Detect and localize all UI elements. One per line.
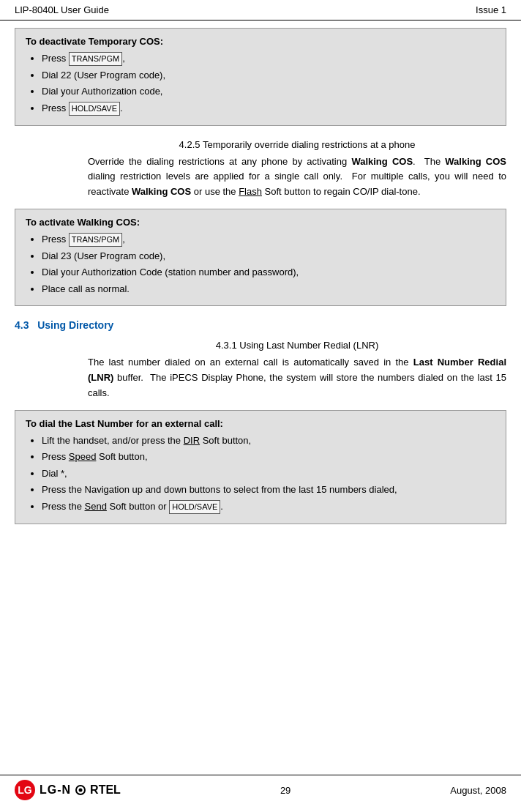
section-4-2-5-body: Override the dialing restrictions at any… bbox=[88, 154, 506, 200]
deactivate-cos-list: Press TRANS/PGM, Dial 22 (User Program c… bbox=[26, 51, 495, 116]
logo-lg-text: LG-N bbox=[40, 783, 71, 797]
list-item: Press HOLD/SAVE. bbox=[42, 101, 495, 116]
list-text: Dial *, bbox=[42, 468, 67, 479]
last-number-title: To dial the Last Number for an external … bbox=[26, 418, 495, 429]
list-text: . bbox=[120, 103, 123, 113]
section-4-2-5-heading: 4.2.5 Temporarily override dialing restr… bbox=[88, 139, 506, 150]
document-title: LIP-8040L User Guide bbox=[15, 4, 109, 15]
walking-cos-bold2: Walking COS bbox=[445, 156, 506, 167]
page-header: LIP-8040L User Guide Issue 1 bbox=[0, 0, 521, 21]
list-text: Press bbox=[42, 53, 69, 64]
list-item: Dial 22 (User Program code), bbox=[42, 68, 495, 83]
last-number-list: Lift the handset, and/or press the DIR S… bbox=[26, 433, 495, 514]
main-content: To deactivate Temporary COS: Press TRANS… bbox=[0, 28, 521, 524]
list-text: , bbox=[122, 53, 125, 64]
page-number: 29 bbox=[280, 785, 291, 796]
section-4-3-1-heading: 4.3.1 Using Last Number Redial (LNR) bbox=[88, 340, 506, 351]
lg-logo-circle: LG bbox=[15, 780, 35, 800]
page-footer: LG LG-NRTEL 29 August, 2008 bbox=[0, 775, 521, 805]
dir-underline: DIR bbox=[184, 435, 200, 446]
list-item: Lift the handset, and/or press the DIR S… bbox=[42, 433, 495, 448]
publication-date: August, 2008 bbox=[450, 785, 506, 796]
list-text: Press Speed Soft button, bbox=[42, 451, 148, 462]
lnr-bold: Last Number Redial (LNR) bbox=[88, 357, 506, 383]
walking-cos-box: To activate Walking COS: Press TRANS/PGM… bbox=[15, 209, 506, 306]
list-text: Press the Navigation up and down buttons… bbox=[42, 484, 397, 495]
lg-text: LG bbox=[18, 784, 31, 796]
trans-pgm-key: TRANS/PGM bbox=[69, 52, 122, 66]
list-item: Dial your Authorization code, bbox=[42, 84, 495, 99]
issue-label: Issue 1 bbox=[476, 4, 506, 15]
hold-save-key2: HOLD/SAVE bbox=[169, 500, 220, 514]
nortel-o-icon bbox=[75, 785, 86, 795]
list-item: Press the Send Soft button or HOLD/SAVE. bbox=[42, 499, 495, 514]
list-item: Press the Navigation up and down buttons… bbox=[42, 483, 495, 497]
list-item: Press TRANS/PGM, bbox=[42, 232, 495, 247]
deactivate-cos-box: To deactivate Temporary COS: Press TRANS… bbox=[15, 28, 506, 126]
list-text: Press bbox=[42, 103, 69, 113]
list-text: Press the Send Soft button or bbox=[42, 501, 169, 512]
trans-pgm-key2: TRANS/PGM bbox=[69, 233, 122, 247]
walking-cos-bold: Walking COS bbox=[351, 156, 413, 167]
list-text: Lift the handset, and/or press the DIR S… bbox=[42, 435, 251, 446]
list-text: Dial 22 (User Program code), bbox=[42, 70, 165, 81]
nortel-o-dot bbox=[79, 789, 83, 792]
walking-cos-list: Press TRANS/PGM, Dial 23 (User Program c… bbox=[26, 232, 495, 296]
list-item: Press Speed Soft button, bbox=[42, 450, 495, 464]
walking-cos-bold3: Walking COS bbox=[132, 186, 191, 197]
list-item: Dial *, bbox=[42, 466, 495, 481]
hold-save-key: HOLD/SAVE bbox=[69, 102, 120, 116]
deactivate-cos-title: To deactivate Temporary COS: bbox=[26, 36, 495, 47]
section-number: 4.3 bbox=[15, 319, 29, 331]
list-text: , bbox=[122, 234, 125, 245]
speed-underline: Speed bbox=[69, 451, 97, 462]
section-4-3-heading: 4.3 Using Directory bbox=[15, 319, 506, 331]
list-item: Dial 23 (User Program code), bbox=[42, 249, 495, 264]
section-4-3-1-body: The last number dialed on an external ca… bbox=[88, 355, 506, 401]
nortel-text: RTEL bbox=[90, 783, 121, 797]
list-text: Dial 23 (User Program code), bbox=[42, 250, 165, 261]
list-item: Press TRANS/PGM, bbox=[42, 51, 495, 66]
list-text: Press bbox=[42, 234, 69, 245]
list-text: Dial your Authorization code, bbox=[42, 86, 162, 97]
list-text: Place call as normal. bbox=[42, 283, 130, 294]
list-item: Dial your Authorization Code (station nu… bbox=[42, 265, 495, 280]
walking-cos-title: To activate Walking COS: bbox=[26, 217, 495, 228]
footer-logo: LG LG-NRTEL bbox=[15, 780, 121, 800]
flash-underline: Flash bbox=[239, 186, 262, 197]
send-underline: Send bbox=[85, 501, 107, 512]
list-text: . bbox=[220, 501, 223, 512]
last-number-box: To dial the Last Number for an external … bbox=[15, 410, 506, 524]
list-text: Dial your Authorization Code (station nu… bbox=[42, 267, 299, 278]
section-title: Using Directory bbox=[37, 319, 113, 331]
list-item: Place call as normal. bbox=[42, 282, 495, 297]
